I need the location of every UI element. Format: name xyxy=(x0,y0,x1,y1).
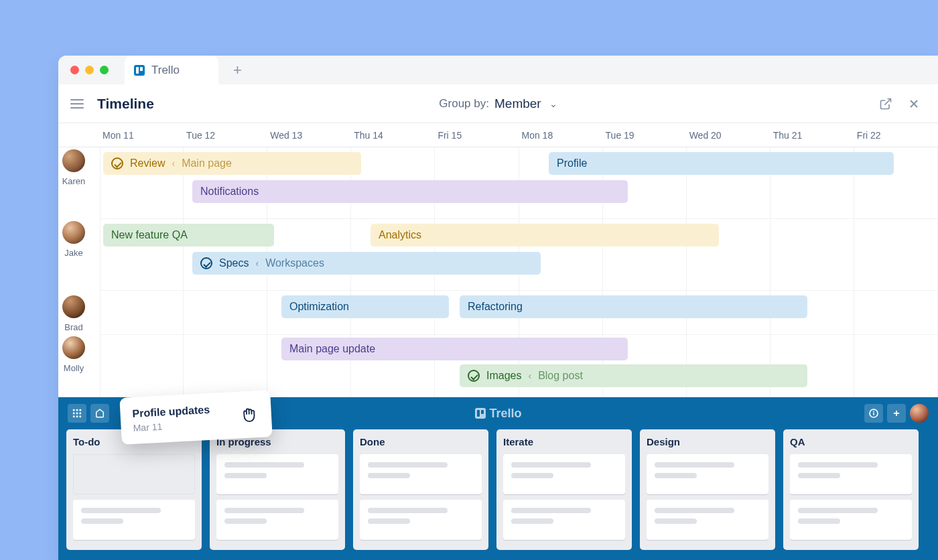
date-col: Thu 21 xyxy=(770,123,854,147)
window-maximize[interactable] xyxy=(100,66,109,74)
svg-point-11 xyxy=(874,411,874,412)
svg-rect-8 xyxy=(80,416,82,418)
task-bar-profile[interactable]: Profile xyxy=(549,152,894,175)
card[interactable] xyxy=(360,500,482,540)
timeline-row-karen: Karen Review ‹ Main page Profile Notific… xyxy=(100,147,938,219)
group-by-label: Group by: xyxy=(439,97,489,111)
task-bar-refactoring[interactable]: Refactoring xyxy=(460,295,807,318)
date-col: Wed 20 xyxy=(687,123,770,147)
open-external-icon[interactable] xyxy=(879,97,892,111)
group-by-value: Member xyxy=(494,96,541,111)
add-button[interactable] xyxy=(887,404,906,423)
list-todo[interactable]: To-do xyxy=(66,429,202,550)
task-sublabel: Blog post xyxy=(538,370,583,382)
dragging-card-date: Mar 11 xyxy=(133,419,210,433)
tab-title: Trello xyxy=(151,64,180,77)
task-bar-newfeature[interactable]: New feature QA xyxy=(103,224,274,247)
home-button[interactable] xyxy=(90,404,109,423)
date-col: Tue 19 xyxy=(603,123,687,147)
card[interactable] xyxy=(360,454,482,494)
window-minimize[interactable] xyxy=(85,66,94,74)
card[interactable] xyxy=(73,500,195,540)
svg-rect-0 xyxy=(73,409,75,411)
date-col: Fri 22 xyxy=(854,123,938,147)
svg-rect-6 xyxy=(73,416,75,418)
avatar[interactable] xyxy=(62,295,85,318)
page-title: Timeline xyxy=(97,96,154,112)
avatar[interactable] xyxy=(62,336,85,359)
list-title: Done xyxy=(360,436,482,447)
card[interactable] xyxy=(503,500,625,540)
member-name: Karen xyxy=(58,176,100,186)
task-label: Notifications xyxy=(200,186,259,198)
svg-rect-2 xyxy=(80,409,82,411)
task-label: Main page update xyxy=(289,343,375,355)
menu-icon[interactable] xyxy=(70,99,84,109)
task-bar-images[interactable]: Images ‹ Blog post xyxy=(460,364,807,387)
task-label: Analytics xyxy=(379,229,421,241)
date-col: Thu 14 xyxy=(351,123,435,147)
card-placeholder[interactable] xyxy=(73,454,195,494)
task-label: Specs xyxy=(219,257,249,269)
separator: ‹ xyxy=(528,370,531,381)
board-logo-text: Trello xyxy=(489,407,521,421)
check-icon xyxy=(111,157,123,169)
task-bar-review[interactable]: Review ‹ Main page xyxy=(103,152,361,175)
apps-button[interactable] xyxy=(68,404,86,423)
check-icon xyxy=(468,370,480,382)
task-sublabel: Main page xyxy=(182,157,232,169)
date-header: Mon 11 Tue 12 Wed 13 Thu 14 Fri 15 Mon 1… xyxy=(58,123,938,147)
list-title: Iterate xyxy=(503,436,625,447)
card[interactable] xyxy=(790,454,912,494)
dragging-card-title: Profile updates xyxy=(132,404,210,420)
avatar[interactable] xyxy=(62,221,85,244)
task-label: Refactoring xyxy=(468,301,523,313)
chevron-down-icon: ⌄ xyxy=(549,98,557,109)
list-title: Design xyxy=(647,436,768,447)
member-name: Jake xyxy=(58,248,100,258)
trello-icon xyxy=(474,408,485,419)
list-qa[interactable]: QA xyxy=(783,429,919,550)
browser-tab[interactable]: Trello xyxy=(125,56,218,84)
timeline-row-jake: Jake New feature QA Analytics Specs ‹ Wo… xyxy=(100,219,938,291)
card[interactable] xyxy=(503,454,625,494)
group-by-selector[interactable]: Group by: Member ⌄ xyxy=(439,96,557,111)
date-col: Tue 12 xyxy=(184,123,267,147)
info-button[interactable] xyxy=(864,404,883,423)
task-bar-mainpage[interactable]: Main page update xyxy=(281,338,628,360)
task-bar-notifications[interactable]: Notifications xyxy=(192,180,628,203)
card[interactable] xyxy=(216,500,338,540)
member-name: Molly xyxy=(58,363,100,373)
user-avatar[interactable] xyxy=(910,404,929,423)
window-close[interactable] xyxy=(70,66,79,74)
list-done[interactable]: Done xyxy=(353,429,488,550)
task-label: Profile xyxy=(557,157,587,169)
close-icon[interactable] xyxy=(907,97,921,111)
task-bar-analytics[interactable]: Analytics xyxy=(371,224,719,247)
task-label: Images xyxy=(486,370,521,382)
member-name: Brad xyxy=(58,322,100,332)
date-col: Mon 11 xyxy=(100,123,184,147)
svg-rect-5 xyxy=(80,413,82,415)
list-design[interactable]: Design xyxy=(640,429,775,550)
dragging-card[interactable]: Profile updates Mar 11 xyxy=(119,390,272,445)
separator: ‹ xyxy=(255,258,259,269)
svg-rect-7 xyxy=(76,416,78,418)
card[interactable] xyxy=(216,454,338,494)
list-iterate[interactable]: Iterate xyxy=(496,429,632,550)
avatar[interactable] xyxy=(62,149,85,172)
new-tab-button[interactable]: + xyxy=(233,62,242,79)
timeline-row-brad: Brad Optimization Refactoring xyxy=(100,291,938,335)
svg-rect-1 xyxy=(76,409,78,411)
list-title: QA xyxy=(790,436,912,447)
task-sublabel: Workspaces xyxy=(265,257,324,269)
date-col: Wed 13 xyxy=(267,123,351,147)
task-bar-optimization[interactable]: Optimization xyxy=(281,295,449,318)
svg-rect-3 xyxy=(73,413,75,415)
svg-rect-4 xyxy=(76,413,78,415)
card[interactable] xyxy=(647,454,768,494)
card[interactable] xyxy=(790,500,912,540)
task-bar-specs[interactable]: Specs ‹ Workspaces xyxy=(192,252,541,275)
card[interactable] xyxy=(647,500,768,540)
list-inprogress[interactable]: In progress xyxy=(210,429,345,550)
